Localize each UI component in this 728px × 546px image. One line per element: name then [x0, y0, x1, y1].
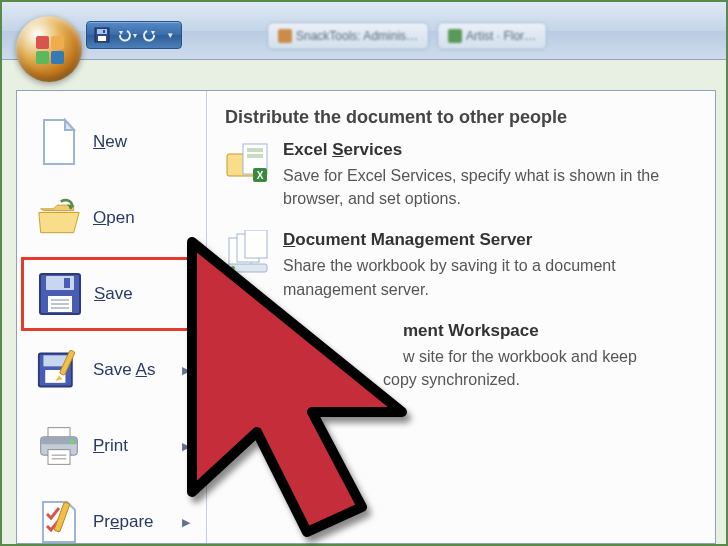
svg-rect-22 — [48, 450, 70, 465]
publish-item-title: Excel Services — [283, 140, 697, 160]
menu-item-label: Open — [93, 208, 135, 228]
svg-point-25 — [70, 440, 74, 444]
office-logo-icon — [32, 32, 68, 68]
menu-left-column: New Open — [17, 91, 207, 543]
qat-redo-button[interactable] — [139, 24, 161, 46]
menu-item-label: New — [93, 132, 127, 152]
new-document-icon — [39, 118, 79, 166]
publish-item-desc: Save for Excel Services, specify what is… — [283, 164, 697, 210]
svg-point-37 — [231, 266, 235, 270]
title-bar: ▾ ▾ SnackTools: Adminis… — [2, 2, 726, 60]
svg-rect-2 — [98, 36, 106, 41]
qat-save-button[interactable] — [91, 24, 113, 46]
submenu-arrow-icon: ▶ — [182, 516, 190, 529]
publish-item-excel-services[interactable]: X Excel Services Save for Excel Services… — [225, 140, 697, 210]
svg-rect-7 — [51, 51, 64, 64]
app-icon — [278, 29, 292, 43]
office-menu: New Open — [16, 90, 716, 544]
qat-customize-button[interactable]: ▾ — [163, 24, 177, 46]
undo-icon — [116, 27, 132, 43]
menu-item-label: Prepare — [93, 512, 154, 532]
menu-right-panel: Distribute the document to other people … — [207, 91, 715, 543]
menu-item-label: Save As — [93, 360, 155, 380]
excel-services-icon: X — [225, 140, 271, 188]
svg-rect-29 — [247, 148, 263, 152]
svg-rect-3 — [103, 30, 105, 33]
menu-item-save-as[interactable]: Save As ▶ — [23, 333, 200, 407]
panel-title: Distribute the document to other people — [225, 107, 697, 128]
submenu-arrow-icon: ▶ — [182, 440, 190, 453]
publish-item-desc: Share the workbook by saving it to a doc… — [283, 254, 697, 300]
window-tab[interactable]: Artist · Flor… — [437, 22, 547, 50]
prepare-icon — [37, 498, 81, 546]
qat-undo-button[interactable]: ▾ — [115, 24, 137, 46]
folder-open-icon — [37, 198, 81, 238]
menu-item-new[interactable]: New — [23, 105, 200, 179]
floppy-pencil-icon — [37, 346, 81, 394]
qat-group: ▾ ▾ — [86, 21, 182, 49]
svg-text:X: X — [257, 170, 264, 181]
svg-rect-30 — [247, 154, 263, 158]
publish-item-title: ment Workspace — [403, 321, 697, 341]
menu-item-label: Print — [93, 436, 128, 456]
printer-icon — [37, 424, 81, 468]
window-tabs: SnackTools: Adminis… Artist · Flor… — [267, 22, 547, 50]
menu-item-prepare[interactable]: Prepare ▶ — [23, 485, 200, 546]
app-icon — [448, 29, 462, 43]
menu-item-print[interactable]: Print ▶ — [23, 409, 200, 483]
publish-item-title: Document Management Server — [283, 230, 697, 250]
menu-item-label: Save — [94, 284, 133, 304]
floppy-disk-icon — [38, 272, 82, 316]
floppy-disk-icon — [94, 27, 110, 43]
svg-rect-6 — [36, 51, 49, 64]
menu-item-save[interactable]: Save — [21, 257, 202, 331]
redo-icon — [142, 27, 158, 43]
quick-access-toolbar: ▾ ▾ — [86, 20, 182, 50]
tab-label: SnackTools: Adminis… — [296, 29, 418, 43]
window-tab[interactable]: SnackTools: Adminis… — [267, 22, 429, 50]
svg-rect-1 — [97, 29, 107, 34]
svg-rect-10 — [64, 278, 70, 288]
svg-rect-5 — [51, 36, 64, 49]
publish-item-desc: w site for the workbook and keep copy sy… — [403, 345, 697, 391]
document-server-icon — [225, 230, 271, 278]
menu-item-open[interactable]: Open — [23, 181, 200, 255]
submenu-arrow-icon: ▶ — [182, 364, 190, 377]
tab-label: Artist · Flor… — [466, 29, 536, 43]
publish-item-workspace[interactable]: ment Workspace w site for the workbook a… — [225, 321, 697, 391]
svg-rect-35 — [245, 230, 267, 258]
svg-rect-4 — [36, 36, 49, 49]
office-button[interactable] — [16, 16, 82, 82]
publish-item-doc-server[interactable]: Document Management Server Share the wor… — [225, 230, 697, 300]
